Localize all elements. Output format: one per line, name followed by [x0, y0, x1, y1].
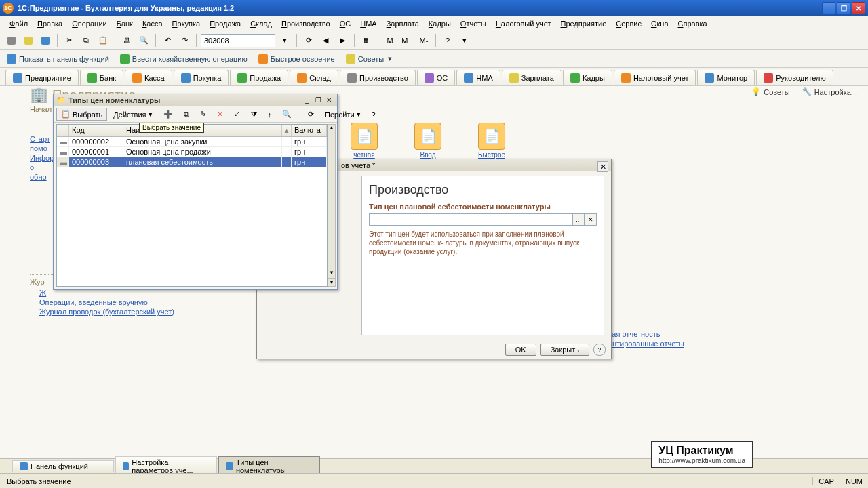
preview-icon[interactable]: 🔍	[136, 33, 151, 48]
wizard-close-icon[interactable]: ✕	[597, 161, 608, 172]
menu-8[interactable]: Производство	[277, 18, 334, 29]
menu-3[interactable]: Банк	[113, 18, 137, 29]
menu-9[interactable]: ОС	[336, 18, 355, 29]
tab-Продажа[interactable]: Продажа	[230, 70, 288, 85]
edit-icon[interactable]: ✎	[195, 108, 211, 121]
tab-Руководителю[interactable]: Руководителю	[756, 70, 833, 85]
menu-0[interactable]: Файл	[5, 18, 32, 29]
left-link-1[interactable]: помо	[30, 144, 54, 152]
close-button[interactable]: Закрыть	[540, 344, 589, 356]
clear-value-button[interactable]: ✕	[585, 214, 597, 226]
ok-button[interactable]: OK	[505, 344, 536, 356]
help-icon[interactable]: ?	[440, 33, 455, 48]
menu-6[interactable]: Продажа	[205, 18, 245, 29]
menu-2[interactable]: Операции	[68, 18, 111, 29]
print-icon[interactable]: 🖶	[119, 33, 134, 48]
tab-Монитор[interactable]: Монитор	[697, 70, 755, 85]
menu-1[interactable]: Правка	[33, 18, 66, 29]
maximize-button[interactable]: ❐	[837, 2, 850, 14]
col-code[interactable]: Код	[69, 125, 123, 136]
price-type-input[interactable]	[369, 214, 572, 226]
search-combo[interactable]	[201, 34, 275, 47]
menu-5[interactable]: Покупка	[168, 18, 205, 29]
paste-icon[interactable]: 📋	[96, 33, 111, 48]
cut-icon[interactable]: ✂	[62, 33, 77, 48]
delete-icon[interactable]: ✕	[212, 108, 228, 121]
tab-Склад[interactable]: Склад	[290, 70, 338, 85]
price-types-grid[interactable]: Код Наименование ▴ Валюта ▬000000002Осно…	[56, 124, 328, 287]
dlg-maximize-icon[interactable]: ❐	[313, 96, 323, 105]
tips-link[interactable]: 💡Советы	[749, 86, 792, 98]
nav-fwd-icon[interactable]: ▶	[335, 33, 350, 48]
tab-Касса[interactable]: Касса	[125, 70, 172, 85]
select-value-button[interactable]: ...	[572, 214, 585, 226]
left-link-0[interactable]: Старт	[30, 135, 54, 143]
scroll-corner[interactable]: ▾	[328, 279, 336, 287]
table-row[interactable]: ▬000000003плановая себестоимостьгрн	[57, 157, 327, 167]
m-minus-button[interactable]: М-	[416, 33, 431, 48]
save-icon[interactable]	[38, 33, 53, 48]
menu-15[interactable]: Предприятие	[556, 18, 610, 29]
menu-18[interactable]: Справка	[674, 18, 711, 29]
left-link-2[interactable]: Инфор	[30, 154, 54, 162]
tab-Производство[interactable]: Производство	[340, 70, 416, 85]
col-currency[interactable]: Валюта	[292, 125, 327, 136]
help-icon[interactable]: ?	[593, 344, 606, 356]
menu-10[interactable]: НМА	[356, 18, 380, 29]
copy-icon[interactable]: ⧉	[179, 108, 194, 121]
m-button[interactable]: М	[382, 33, 397, 48]
show-func-panel-button[interactable]: Показать панель функций	[4, 53, 112, 65]
tab-Кадры[interactable]: Кадры	[563, 70, 612, 85]
tab-Покупка[interactable]: Покупка	[174, 70, 229, 85]
find-icon[interactable]: 🔍	[277, 108, 296, 121]
tab-Налоговый учет[interactable]: Налоговый учет	[614, 70, 696, 85]
nav-back-icon[interactable]: ◀	[318, 33, 333, 48]
menu-7[interactable]: Склад	[246, 18, 276, 29]
tips-button[interactable]: Советы▾	[343, 53, 395, 65]
tab-Предприятие[interactable]: Предприятие	[5, 70, 79, 85]
dlg-close-icon[interactable]: ✕	[323, 96, 334, 105]
m-plus-button[interactable]: М+	[399, 33, 414, 48]
select-button[interactable]: 📋Выбрать	[56, 108, 107, 121]
menu-11[interactable]: Зарплата	[382, 18, 423, 29]
undo-icon[interactable]: ↶	[160, 33, 175, 48]
tab-НМА[interactable]: НМА	[456, 70, 500, 85]
left-link-4[interactable]: обно	[30, 173, 54, 181]
mark-icon[interactable]: ✓	[229, 108, 245, 121]
left-link-3[interactable]: о	[30, 163, 54, 171]
dropdown-icon[interactable]: ▾	[277, 33, 292, 48]
menu-17[interactable]: Окна	[647, 18, 673, 29]
open-icon[interactable]	[21, 33, 36, 48]
menu-16[interactable]: Сервис	[612, 18, 646, 29]
journal-link-1[interactable]: Операции, введенные вручную	[39, 298, 247, 306]
refresh-icon[interactable]: ⟳	[301, 33, 316, 48]
sort-icon[interactable]: ↕	[263, 108, 277, 121]
settings-link[interactable]: 🔧Настройка...	[800, 86, 860, 98]
dlg-minimize-icon[interactable]: _	[302, 96, 313, 105]
new-doc-icon[interactable]	[4, 33, 19, 48]
tab-ОС[interactable]: ОС	[417, 70, 456, 85]
menu-13[interactable]: Отчеты	[456, 18, 490, 29]
menu-4[interactable]: Касса	[138, 18, 167, 29]
col-sort-indicator[interactable]: ▴	[282, 125, 292, 136]
menu-14[interactable]: Налоговый учет	[492, 18, 555, 29]
table-row[interactable]: ▬000000002Основная цена закупкигрн	[57, 137, 327, 147]
journal-link-2[interactable]: Журнал проводок (бухгалтерский учет)	[39, 308, 247, 316]
table-row[interactable]: ▬000000001Основная цена продажигрн	[57, 147, 327, 157]
tab-Зарплата[interactable]: Зарплата	[502, 70, 561, 85]
quick-start-button[interactable]: Быстрое освоение	[256, 53, 338, 65]
copy-icon[interactable]: ⧉	[79, 33, 94, 48]
more-icon[interactable]: ▾	[457, 33, 472, 48]
enter-operation-button[interactable]: Ввести хозяйственную операцию	[117, 53, 250, 65]
add-icon[interactable]: ➕	[159, 108, 178, 121]
filter-icon[interactable]: ⧩	[246, 108, 262, 121]
calc-icon[interactable]: 🖩	[359, 33, 374, 48]
tab-Банк[interactable]: Банк	[80, 70, 123, 85]
close-button[interactable]: ✕	[852, 2, 865, 14]
taskbar-item-0[interactable]: Панель функций	[12, 460, 114, 472]
scrollbar-v[interactable]: ▲ ▼	[328, 124, 336, 279]
menu-12[interactable]: Кадры	[425, 18, 455, 29]
actions-button[interactable]: Действия▾	[108, 108, 157, 121]
redo-icon[interactable]: ↷	[177, 33, 192, 48]
refresh-icon[interactable]: ⟳	[303, 108, 319, 121]
